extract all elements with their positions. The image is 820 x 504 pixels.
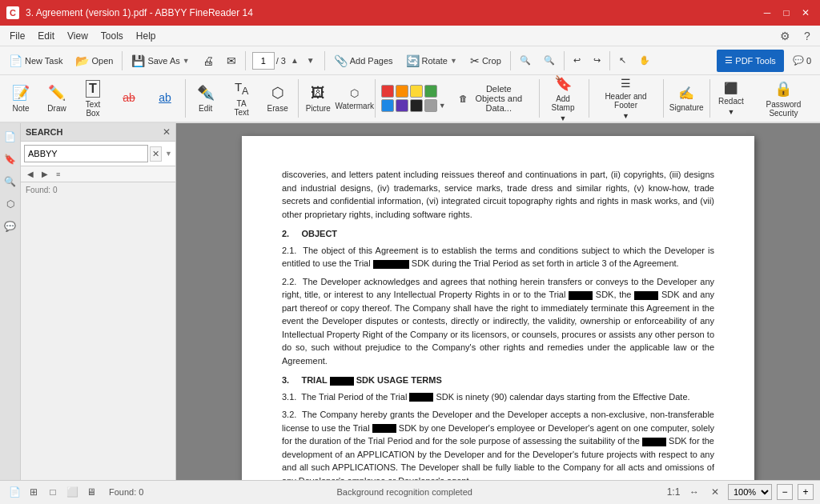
message-button[interactable]: 💬 0 (787, 50, 817, 72)
close-button[interactable]: ✕ (798, 5, 814, 21)
signature-button[interactable]: ✍ Signature (666, 77, 706, 120)
zoom-out-tb[interactable]: 🔍 (514, 50, 537, 72)
toolbar2-left: 📝 Note ✏️ Draw T Text Box ab ab ✒️ (3, 77, 541, 120)
color-yellow[interactable] (410, 85, 423, 98)
minimize-button[interactable]: ─ (759, 5, 775, 21)
title-bar: C 3. Agreement (version 1).pdf - ABBYY F… (0, 0, 820, 26)
add-pages-button[interactable]: 📎 Add Pages (328, 50, 399, 72)
status-left: 📄 ⊞ □ ⬜ 🖥 Found: 0 (6, 484, 143, 500)
new-task-button[interactable]: 📄 New Task (3, 50, 68, 72)
search-header: SEARCH ✕ (21, 123, 175, 142)
status-center: Background recognition completed (337, 487, 472, 497)
redact-button[interactable]: ⬛ Redact ▼ (713, 77, 749, 120)
undo-button[interactable]: ↩ (568, 50, 586, 72)
zoom-in-tb[interactable]: 🔍 (538, 50, 561, 72)
menu-edit[interactable]: Edit (31, 29, 61, 43)
menu-tools[interactable]: Tools (94, 29, 130, 43)
delete-objects-button[interactable]: 🗑 Delete Objects and Data... (453, 82, 533, 115)
search-close-button[interactable]: ✕ (163, 126, 171, 138)
search-dropdown-icon[interactable]: ▼ (165, 150, 172, 158)
zoom-minus-button[interactable]: − (777, 484, 793, 500)
status-actual-icon[interactable]: □ (45, 484, 61, 500)
para-3-2: 3.2. The Company hereby grants the Devel… (282, 408, 714, 480)
edit-icon: ✒️ (197, 84, 215, 102)
search-list-icon[interactable]: ≡ (56, 170, 60, 178)
crop-label: Crop (482, 56, 501, 66)
crop-button[interactable]: ✂ Crop (464, 50, 507, 72)
email-button[interactable]: ✉ (221, 50, 242, 72)
rotate-button[interactable]: 🔄 Rotate ▼ (400, 50, 463, 72)
help-icon[interactable]: ? (798, 26, 817, 46)
search-next-button[interactable]: ▶ (38, 168, 51, 180)
page-number-input[interactable]: 1 (252, 52, 275, 70)
new-task-label: New Task (25, 56, 62, 66)
status-page-icon[interactable]: 📄 (6, 484, 22, 500)
menu-help[interactable]: Help (130, 29, 163, 43)
save-icon: 💾 (131, 54, 145, 67)
color-orange[interactable] (396, 85, 408, 98)
pages-icon[interactable]: 📄 (2, 128, 19, 146)
picture-icon: 🖼 (311, 85, 325, 102)
right-tools: 🔖 Add Stamp ▼ ☰ Header and Footer ▼ ✍ Si… (541, 77, 817, 120)
comments-icon[interactable]: 💬 (2, 218, 19, 235)
status-monitor-icon[interactable]: 🖥 (83, 484, 99, 500)
cursor-button[interactable]: ↖ (613, 50, 632, 72)
redacted-6 (372, 424, 396, 433)
anno-sep3 (375, 79, 376, 118)
settings-icon[interactable]: ⚙ (775, 26, 794, 46)
signature-icon: ✍ (678, 86, 694, 101)
picture-button[interactable]: 🖼 Picture (300, 77, 336, 120)
save-button[interactable]: 💾 Save As ▼ (126, 50, 195, 72)
zoom-plus-button[interactable]: + (798, 484, 814, 500)
password-security-icon: 🔒 (774, 80, 792, 98)
watermark-button[interactable]: ⬡ Watermark (336, 77, 372, 120)
color-black[interactable] (410, 99, 423, 112)
redo-button[interactable]: ↪ (588, 50, 606, 72)
search-prev-button[interactable]: ◀ (24, 168, 37, 180)
menu-file[interactable]: File (3, 29, 31, 43)
para-2-2: 2.2. The Developer acknowledges and agre… (282, 275, 714, 368)
edit-button[interactable]: ✒️ Edit (188, 77, 223, 120)
print-button[interactable]: 🖨 (197, 50, 219, 72)
search-input[interactable]: ABBYY (24, 145, 148, 162)
sep6 (609, 51, 610, 70)
strikethrough-button[interactable]: ab (111, 77, 147, 120)
color-gray[interactable] (424, 99, 437, 112)
color-purple[interactable] (396, 99, 408, 112)
pdf-tools-button[interactable]: ☰ PDF Tools (717, 50, 784, 72)
tatext-button[interactable]: TA TA Text (224, 77, 259, 120)
layers-icon[interactable]: ⬡ (2, 195, 19, 213)
zoom-select[interactable]: 100% 75% 150% 200% (728, 484, 772, 500)
redact-label: Redact (718, 97, 744, 106)
redo-icon: ↪ (593, 55, 601, 66)
page-up-button[interactable]: ▲ (287, 54, 302, 67)
status-fit-icon[interactable]: ⊞ (26, 484, 42, 500)
fit-page-icon[interactable]: ✕ (707, 484, 723, 500)
color-green[interactable] (424, 85, 437, 98)
status-spread-icon[interactable]: ⬜ (64, 484, 80, 500)
content-scroll[interactable]: discoveries, and letters patent includin… (176, 123, 820, 480)
note-label: Note (12, 104, 29, 113)
zoom-out-icon: 🔍 (520, 55, 531, 66)
draw-button[interactable]: ✏️ Draw (39, 77, 74, 120)
hand-button[interactable]: ✋ (633, 50, 656, 72)
color-blue[interactable] (381, 99, 394, 112)
header-footer-button[interactable]: ☰ Header and Footer ▼ (593, 77, 660, 120)
password-security-button[interactable]: 🔒 Password Security (750, 77, 817, 120)
erase-button[interactable]: ⬡ Erase (260, 77, 295, 120)
textbox-button[interactable]: T Text Box (75, 77, 111, 120)
color-more-icon[interactable]: ▼ (439, 102, 446, 110)
bookmarks-icon[interactable]: 🔖 (2, 150, 19, 168)
open-button[interactable]: 📂 Open (70, 50, 119, 72)
menu-view[interactable]: View (61, 29, 94, 43)
search-clear-button[interactable]: ✕ (150, 146, 162, 162)
page-down-button[interactable]: ▼ (303, 54, 318, 67)
picture-label: Picture (306, 104, 331, 113)
add-stamp-button[interactable]: 🔖 Add Stamp ▼ (541, 77, 585, 120)
fit-width-icon[interactable]: ↔ (686, 484, 702, 500)
maximize-button[interactable]: □ (778, 5, 794, 21)
underline-button[interactable]: ab (147, 77, 183, 120)
search-side-icon[interactable]: 🔍 (2, 173, 19, 190)
note-button[interactable]: 📝 Note (3, 77, 38, 120)
color-red[interactable] (381, 85, 394, 98)
